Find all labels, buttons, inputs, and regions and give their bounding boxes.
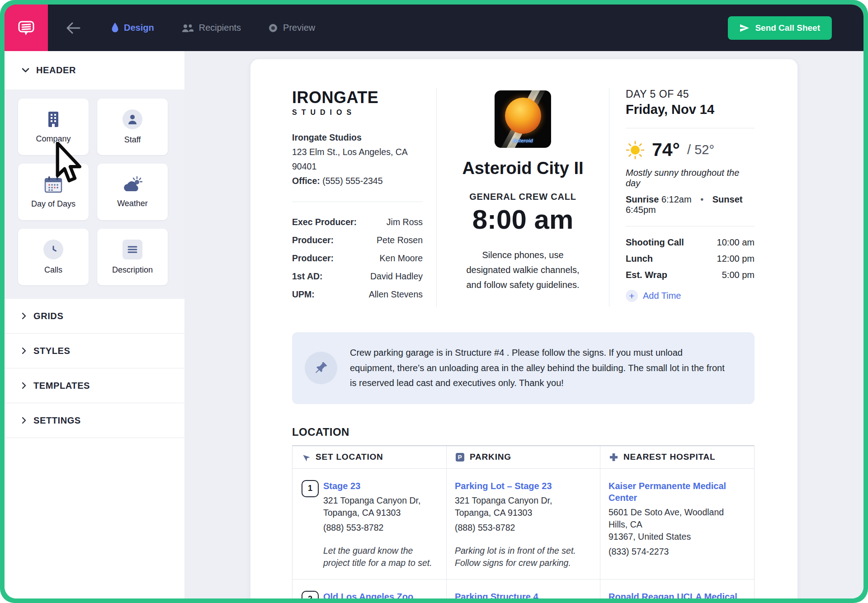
app-frame: Design Recipients Preview (0, 0, 868, 603)
tile-weather-label: Weather (117, 199, 148, 208)
sidebar-section-settings-label: SETTINGS (33, 415, 81, 426)
hospital-link[interactable]: Kaiser Permanente Medical Center (609, 480, 745, 504)
crew-role: Producer: (292, 253, 334, 264)
time-row: Shooting Call 10:00 am (626, 237, 755, 248)
tab-preview[interactable]: Preview (268, 23, 315, 33)
pushpin-icon (305, 352, 337, 384)
set-location-cell: 1 Stage 23 321 Topanga Canyon Dr, Topang… (292, 469, 447, 579)
pinned-note-text: Crew parking garage is in Structure #4 .… (350, 345, 727, 391)
address-line: 321 Topanga Canyon Dr, (323, 495, 437, 507)
design-sidebar: HEADER Company (5, 51, 184, 598)
company-logo-subtitle: STUDIOS (292, 108, 423, 117)
chevron-right-icon (22, 347, 26, 354)
speech-bubble-icon (16, 18, 37, 38)
hospital-link[interactable]: Ronald Reagan UCLA Medical Center (609, 591, 745, 599)
set-location-link[interactable]: Old Los Angeles Zoo (323, 591, 413, 599)
eye-icon (268, 23, 278, 33)
phone: (888) 553-8782 (455, 522, 591, 534)
time-value: 5:00 pm (722, 270, 755, 280)
add-time-button[interactable]: + Add Time (626, 290, 755, 302)
production-column[interactable]: Asteroid Asteroid City II GENERAL CREW C… (437, 88, 609, 307)
day-column[interactable]: DAY 5 OF 45 Friday, Nov 14 (609, 88, 755, 307)
canvas-area: IRONGATE STUDIOS Irongate Studios 123 El… (184, 51, 863, 598)
sun-icon (626, 141, 645, 160)
tab-design[interactable]: Design (111, 23, 154, 33)
arrow-left-icon (66, 22, 80, 34)
sidebar-section-header[interactable]: HEADER (5, 51, 184, 90)
navigation-icon (300, 451, 312, 463)
parking-cell: Parking Structure 4 4815 Griffith Park D… (447, 579, 600, 599)
address-line: Topanga, CA 91303 (323, 507, 437, 519)
person-icon (123, 109, 142, 129)
tab-design-label: Design (124, 23, 154, 33)
sidebar-section-templates[interactable]: TEMPLATES (5, 368, 184, 403)
production-poster-image: Asteroid (495, 90, 551, 148)
back-button[interactable] (63, 18, 83, 38)
tile-staff[interactable]: Staff (97, 99, 168, 155)
column-header-label: PARKING (470, 452, 511, 462)
tile-company[interactable]: Company (18, 99, 89, 155)
crew-row: Exec Producer: Jim Ross (292, 217, 423, 228)
set-location-link[interactable]: Stage 23 (323, 480, 360, 492)
parking-icon: P (456, 453, 464, 462)
crew-row: 1st AD: David Hadley (292, 271, 423, 282)
parking-link[interactable]: Parking Structure 4 (455, 591, 538, 599)
chevron-right-icon (22, 312, 26, 320)
phone: (888) 553-8782 (323, 522, 437, 534)
column-header-parking: P PARKING (447, 446, 600, 468)
location-heading: LOCATION (292, 426, 755, 438)
office-label: Office: (292, 176, 320, 186)
crew-role: 1st AD: (292, 271, 323, 282)
address-line: 5601 De Soto Ave, Woodland Hills, CA (609, 506, 745, 531)
dot-separator: • (700, 194, 703, 204)
send-call-sheet-button[interactable]: Send Call Sheet (728, 16, 832, 40)
company-name: Irongate Studios (292, 130, 423, 145)
chevron-down-icon (22, 68, 29, 73)
tile-description-label: Description (112, 265, 153, 275)
tile-company-label: Company (36, 134, 71, 144)
tile-calls-label: Calls (44, 265, 62, 275)
divider (292, 202, 423, 202)
tile-weather[interactable]: Weather (97, 164, 168, 220)
topbar: Design Recipients Preview (5, 5, 863, 51)
tile-description[interactable]: Description (97, 229, 168, 285)
crew-name: Pete Rosen (377, 235, 423, 246)
address-line: Topanga, CA 91303 (455, 507, 591, 519)
studiobinder-logo[interactable] (5, 5, 48, 51)
crew-instructions: Silence phones, use designated walkie ch… (466, 248, 580, 292)
tab-recipients[interactable]: Recipients (181, 23, 241, 33)
tile-calls[interactable]: Calls (18, 229, 89, 285)
temp-high: 74° (652, 139, 680, 160)
location-note: Let the guard know the project title for… (323, 545, 437, 569)
sidebar-section-templates-label: TEMPLATES (33, 381, 90, 391)
address-line: 91367, United States (609, 531, 745, 543)
column-header-nearest-hospital: NEAREST HOSPITAL (600, 446, 754, 468)
time-label: Lunch (626, 254, 653, 264)
sidebar-section-styles[interactable]: STYLES (5, 334, 184, 368)
sidebar-section-grids-label: GRIDS (33, 311, 63, 321)
company-column[interactable]: IRONGATE STUDIOS Irongate Studios 123 El… (292, 88, 437, 307)
call-sheet-card: IRONGATE STUDIOS Irongate Studios 123 El… (250, 59, 797, 598)
office-phone: (555) 555-2345 (322, 176, 382, 186)
sidebar-section-grids[interactable]: GRIDS (5, 299, 184, 334)
temp-low: / 52° (687, 142, 714, 157)
time-value: 12:00 pm (717, 254, 755, 264)
weather-line: 74° / 52° (626, 139, 755, 160)
parking-link[interactable]: Parking Lot – Stage 23 (455, 480, 552, 492)
hospital-cross-icon (609, 453, 618, 462)
time-row: Lunch 12:00 pm (626, 254, 755, 264)
cloud-sun-icon (122, 176, 143, 193)
location-number-badge: 1 (302, 480, 319, 497)
sidebar-section-settings[interactable]: SETTINGS (5, 403, 184, 438)
column-header-label: NEAREST HOSPITAL (623, 452, 716, 462)
production-title: Asteroid City II (437, 159, 609, 178)
crew-role: UPM: (292, 289, 315, 300)
chevron-right-icon (22, 382, 26, 389)
add-time-label: Add Time (643, 291, 681, 301)
tile-day-of-days[interactable]: Day of Days (18, 164, 89, 220)
tile-staff-label: Staff (124, 135, 141, 145)
general-crew-call-time: 8:00 am (437, 204, 609, 235)
pinned-note[interactable]: Crew parking garage is in Structure #4 .… (292, 332, 755, 404)
text-lines-icon (123, 240, 142, 259)
app-window: Design Recipients Preview (5, 5, 863, 598)
